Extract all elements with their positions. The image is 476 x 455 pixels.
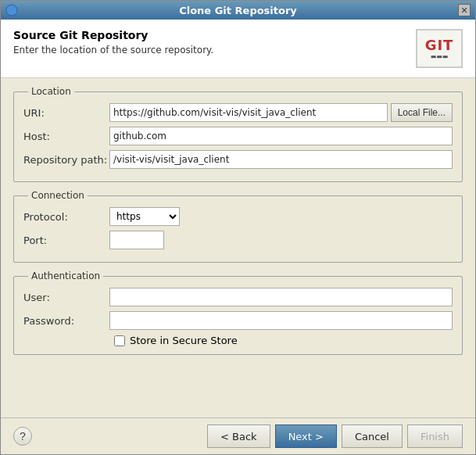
- user-label: User:: [23, 292, 109, 303]
- git-logo: GIT ▬▬▬: [416, 29, 463, 68]
- window-title: Clone Git Repository: [18, 5, 458, 16]
- finish-button[interactable]: Finish: [407, 425, 463, 448]
- git-logo-text: GIT: [425, 37, 454, 53]
- close-button[interactable]: ✕: [458, 4, 471, 16]
- footer: ? < Back Next > Cancel Finish: [1, 417, 475, 454]
- protocol-select[interactable]: https http git ssh: [109, 207, 180, 226]
- connection-group: Connection Protocol: https http git ssh …: [13, 190, 463, 263]
- authentication-group: Authentication User: Password: Store in …: [13, 270, 463, 355]
- content-area: Location URI: Local File... Host: Reposi…: [1, 78, 475, 417]
- header-subtext: Enter the location of the source reposit…: [13, 45, 213, 56]
- authentication-legend: Authentication: [28, 270, 103, 281]
- uri-input[interactable]: [109, 103, 388, 122]
- header-heading: Source Git Repository: [13, 29, 213, 41]
- protocol-row: Protocol: https http git ssh: [23, 207, 453, 226]
- store-checkbox[interactable]: [114, 335, 125, 346]
- password-label: Password:: [23, 315, 109, 327]
- store-label: Store in Secure Store: [130, 335, 238, 346]
- back-button[interactable]: < Back: [207, 425, 270, 448]
- location-legend: Location: [28, 86, 74, 97]
- repo-path-row: Repository path:: [23, 150, 453, 169]
- user-row: User:: [23, 288, 453, 306]
- repo-path-label: Repository path:: [23, 154, 109, 166]
- uri-label: URI:: [23, 107, 109, 119]
- port-label: Port:: [23, 235, 109, 246]
- footer-right: < Back Next > Cancel Finish: [207, 425, 463, 448]
- store-row: Store in Secure Store: [23, 335, 453, 346]
- user-input[interactable]: [109, 288, 453, 306]
- local-file-button[interactable]: Local File...: [391, 103, 453, 122]
- repo-path-input[interactable]: [109, 150, 453, 169]
- uri-row: URI: Local File...: [23, 103, 453, 122]
- next-button[interactable]: Next >: [275, 425, 337, 448]
- titlebar: Clone Git Repository ✕: [1, 1, 475, 20]
- git-logo-sub: ▬▬▬: [425, 53, 454, 60]
- header-text: Source Git Repository Enter the location…: [13, 29, 213, 56]
- host-input[interactable]: [109, 127, 453, 145]
- help-button[interactable]: ?: [13, 427, 32, 446]
- port-input[interactable]: [109, 231, 164, 249]
- cancel-button[interactable]: Cancel: [342, 425, 403, 448]
- password-row: Password:: [23, 311, 453, 330]
- footer-left: ?: [13, 427, 32, 446]
- header-section: Source Git Repository Enter the location…: [1, 20, 475, 78]
- password-input[interactable]: [109, 311, 453, 330]
- titlebar-icon: [5, 4, 18, 16]
- protocol-label: Protocol:: [23, 211, 109, 223]
- connection-legend: Connection: [28, 190, 88, 201]
- main-window: Clone Git Repository ✕ Source Git Reposi…: [0, 0, 476, 455]
- host-label: Host:: [23, 131, 109, 142]
- host-row: Host:: [23, 127, 453, 145]
- location-group: Location URI: Local File... Host: Reposi…: [13, 86, 463, 182]
- svg-point-0: [6, 5, 17, 16]
- port-row: Port:: [23, 231, 453, 249]
